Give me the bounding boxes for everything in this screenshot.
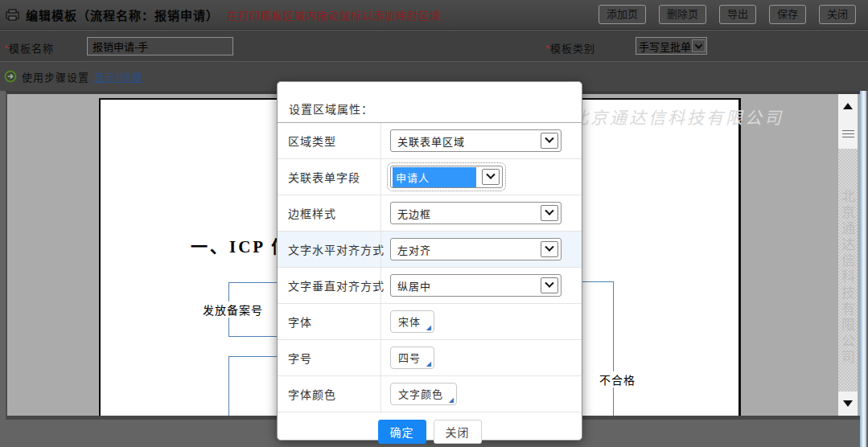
template-name-input[interactable] xyxy=(87,37,233,55)
chevron-down-icon xyxy=(541,277,558,293)
scroll-up-button[interactable] xyxy=(838,94,858,118)
watermark-vertical: 北京通达信科技有限公司 xyxy=(837,189,857,366)
dialog-close-button[interactable]: 关闭 xyxy=(434,420,482,444)
scrollbar-thumb[interactable] xyxy=(838,118,858,149)
toolbar-buttons: 添加页 删除页 导出 保存 关闭 xyxy=(599,5,868,24)
horizontal-align-select[interactable]: 左对齐 xyxy=(390,238,562,260)
export-button[interactable]: 导出 xyxy=(719,5,756,24)
template-type-select[interactable]: 手写呈批单 xyxy=(636,37,707,55)
print-template-icon xyxy=(6,9,19,21)
select-value: 关联表单区域 xyxy=(397,133,465,149)
select-value-highlighted: 申请人 xyxy=(393,167,476,187)
row-vertical-align: 文字垂直对齐方式 纵居中 xyxy=(278,268,582,304)
show-hide-link[interactable]: 显示/隐藏 xyxy=(94,69,143,84)
dialog-title: 设置区域属性： xyxy=(278,82,582,123)
window-edge-strip xyxy=(860,91,866,447)
row-label: 关联表单字段 xyxy=(278,169,381,185)
chevron-down-icon xyxy=(482,169,500,185)
row-font-color: 字体颜色 文字颜色 xyxy=(278,376,582,412)
chevron-down-icon xyxy=(692,39,706,52)
grip-icon xyxy=(842,130,854,137)
step-settings-label: 使用步骤设置 xyxy=(22,69,89,84)
template-type-label: *模板类别 xyxy=(545,40,595,55)
linked-field-select[interactable]: 申请人 xyxy=(390,166,503,188)
row-label: 文字垂直对齐方式 xyxy=(278,277,381,293)
template-name-label: *模板名称 xyxy=(4,40,54,55)
watermark-horizontal: 北京通达信科技有限公司 xyxy=(571,105,784,129)
row-label: 字体颜色 xyxy=(278,386,381,402)
border-style-select[interactable]: 无边框 xyxy=(390,202,562,224)
delete-page-button[interactable]: 删除页 xyxy=(659,5,706,24)
row-font-size: 字号 四号 xyxy=(278,340,582,376)
select-value: 左对齐 xyxy=(397,242,431,257)
dialog-rows: 区域类型 关联表单区域 关联表单字段 申请人 边 xyxy=(278,123,582,412)
chevron-down-icon xyxy=(541,133,558,149)
dialog-footer: 确定 关闭 xyxy=(278,412,582,444)
row-label: 字号 xyxy=(278,350,381,366)
arrow-up-icon xyxy=(843,103,853,109)
row-region-type: 区域类型 关联表单区域 xyxy=(278,123,582,159)
region-type-select[interactable]: 关联表单区域 xyxy=(390,129,562,152)
region-label: 发放备案号 xyxy=(201,301,265,318)
region-properties-dialog: 设置区域属性： 区域类型 关联表单区域 关联表单字段 申请人 xyxy=(277,81,582,441)
row-label: 边框样式 xyxy=(278,205,381,221)
template-meta-row: *模板名称 *模板类别 手写呈批单 xyxy=(0,30,868,61)
confirm-button[interactable]: 确定 xyxy=(378,420,426,444)
save-button[interactable]: 保存 xyxy=(769,5,806,24)
template-type-value: 手写呈批单 xyxy=(636,39,692,54)
row-horizontal-align: 文字水平对齐方式 左对齐 xyxy=(278,232,582,268)
row-border-style: 边框样式 无边框 xyxy=(278,195,582,232)
font-size-button[interactable]: 四号 xyxy=(390,347,434,369)
row-label: 文字水平对齐方式 xyxy=(278,241,381,257)
page-title: 编辑模板（流程名称：报销申请） xyxy=(26,6,219,23)
row-label: 区域类型 xyxy=(278,133,381,149)
add-page-button[interactable]: 添加页 xyxy=(599,5,646,24)
font-family-button[interactable]: 宋体 xyxy=(390,310,434,333)
scroll-down-button[interactable] xyxy=(838,392,858,416)
document-heading: 一、ICP 信 xyxy=(191,233,290,257)
chevron-down-icon xyxy=(541,205,558,221)
row-font-family: 字体 宋体 xyxy=(278,304,582,340)
arrow-down-icon xyxy=(843,400,853,407)
row-label: 字体 xyxy=(278,314,381,330)
font-color-button[interactable]: 文字颜色 xyxy=(390,383,457,405)
row-linked-field: 关联表单字段 申请人 xyxy=(278,159,582,195)
select-value: 纵居中 xyxy=(397,278,431,293)
step-arrow-icon xyxy=(4,70,17,83)
select-value: 无边框 xyxy=(397,206,431,221)
close-window-button[interactable]: 关闭 xyxy=(819,5,856,24)
app-window: 编辑模板（流程名称：报销申请） 在打印模板区域内拖动鼠标以添加映射区域 添加页 … xyxy=(0,0,868,447)
region-label: 不合格 xyxy=(598,371,637,388)
drag-hint-text: 在打印模板区域内拖动鼠标以添加映射区域 xyxy=(227,7,441,23)
vertical-align-select[interactable]: 纵居中 xyxy=(390,274,562,297)
toolbar: 编辑模板（流程名称：报销申请） 在打印模板区域内拖动鼠标以添加映射区域 添加页 … xyxy=(0,0,868,30)
chevron-down-icon xyxy=(541,241,558,257)
